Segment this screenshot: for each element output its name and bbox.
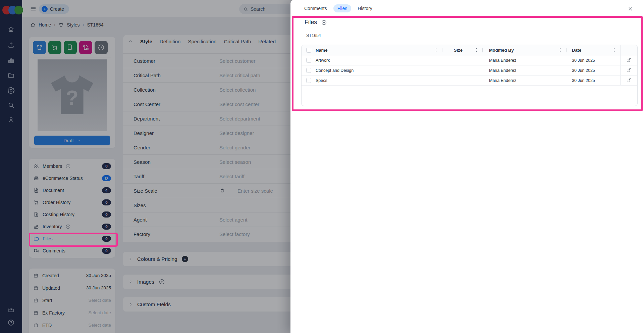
tab-history[interactable]: History [357, 4, 373, 12]
unlock-icon[interactable] [626, 67, 632, 73]
column-header-date: Date [572, 48, 581, 53]
unlock-icon[interactable] [626, 57, 632, 63]
table-row-artwork[interactable]: Artwork Maria Enderez 30 Jun 2025 [302, 55, 637, 65]
file-modified-by: Maria Enderez [489, 58, 516, 63]
style-code-label: ST1654 [306, 33, 321, 38]
file-modified-by: Maria Enderez [489, 68, 516, 73]
tab-files[interactable]: Files [333, 4, 352, 12]
column-header-name: Name [316, 48, 327, 53]
add-file-icon[interactable] [321, 19, 327, 26]
column-menu-icon[interactable] [611, 47, 617, 53]
files-table: Name Size Modified By [301, 45, 638, 106]
tab-comments[interactable]: Comments [304, 4, 328, 12]
close-icon[interactable] [628, 6, 633, 12]
select-all-checkbox[interactable] [306, 48, 311, 53]
table-row-specs[interactable]: Specs Maria Enderez 30 Jun 2025 [302, 76, 637, 86]
file-name[interactable]: Specs [316, 78, 327, 83]
panel-title: Files [305, 19, 317, 26]
row-checkbox[interactable] [306, 68, 311, 73]
files-header: Files [305, 19, 327, 26]
row-checkbox[interactable] [306, 58, 311, 63]
file-modified-by: Maria Enderez [489, 78, 516, 83]
file-date: 30 Jun 2025 [572, 68, 595, 73]
dim-overlay [0, 0, 295, 333]
table-row-concept-and-design[interactable]: Concept and Design Maria Enderez 30 Jun … [302, 65, 637, 76]
column-header-modified-by: Modified By [489, 48, 514, 53]
row-checkbox[interactable] [306, 78, 311, 83]
unlock-icon[interactable] [626, 78, 632, 83]
files-panel: Comments Files History Files ST1654 Name… [290, 0, 644, 333]
file-date: 30 Jun 2025 [572, 78, 595, 83]
column-menu-icon[interactable] [474, 47, 479, 53]
column-menu-icon[interactable] [557, 47, 563, 53]
file-name[interactable]: Concept and Design [316, 68, 354, 73]
table-header: Name Size Modified By [302, 45, 637, 55]
file-date: 30 Jun 2025 [572, 58, 595, 63]
panel-tabs: Comments Files History [304, 4, 373, 12]
column-menu-icon[interactable] [433, 47, 439, 53]
app-root: + Create Home › Styles › ST1654 ? [0, 0, 644, 333]
file-name[interactable]: Artwork [316, 58, 330, 63]
column-header-size: Size [454, 48, 463, 53]
